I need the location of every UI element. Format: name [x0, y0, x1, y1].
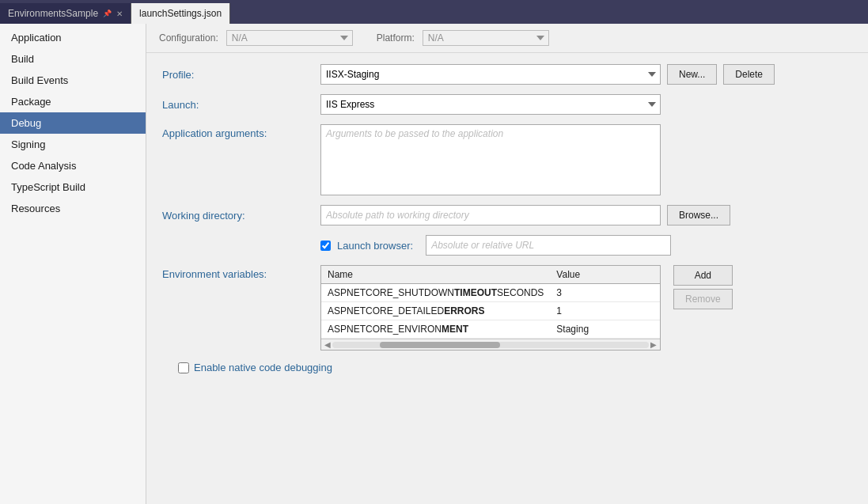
platform-select[interactable]: N/A — [423, 30, 549, 46]
new-button[interactable]: New... — [667, 64, 717, 85]
sidebar-item-typescript-build[interactable]: TypeScript Build — [0, 176, 146, 198]
env-value-cell: Staging — [550, 320, 660, 339]
close-icon[interactable]: ✕ — [116, 9, 123, 18]
launch-browser-checkbox[interactable] — [320, 241, 331, 251]
delete-button[interactable]: Delete — [723, 64, 775, 85]
env-table-container: Name Value ASPNETCORE_SHUTDOWNTIMEOUTSEC… — [320, 265, 661, 351]
env-value-cell: 1 — [550, 302, 660, 320]
working-dir-row: Working directory: Browse... — [162, 205, 852, 225]
pin-icon: 📌 — [103, 9, 112, 17]
env-vars-row: Environment variables: Name Value — [162, 265, 852, 351]
sidebar: Application Build Build Events Package D… — [0, 24, 146, 504]
working-dir-input[interactable] — [320, 205, 661, 225]
sidebar-item-application[interactable]: Application — [0, 27, 146, 48]
app-args-control-wrap — [320, 124, 852, 195]
table-row[interactable]: ASPNETCORE_ENVIRONMENTStaging — [321, 320, 660, 339]
native-debug-row: Enable native code debugging — [162, 354, 852, 381]
tab-launch-settings[interactable]: launchSettings.json — [131, 3, 230, 24]
content-area: Configuration: N/A Platform: N/A Profile… — [146, 24, 868, 504]
app-args-textarea[interactable] — [320, 124, 661, 195]
launch-browser-wrap: Launch browser: — [320, 235, 852, 256]
env-name-cell: ASPNETCORE_DETAILEDERRORS — [321, 302, 550, 320]
browse-button[interactable]: Browse... — [667, 205, 730, 225]
env-vars-wrap: Name Value ASPNETCORE_SHUTDOWNTIMEOUTSEC… — [320, 265, 852, 351]
launch-browser-row: Launch browser: — [162, 235, 852, 256]
launch-control-wrap: IIS Express — [320, 94, 852, 115]
profile-label: Profile: — [162, 69, 320, 81]
working-dir-control-wrap: Browse... — [320, 205, 852, 225]
table-row[interactable]: ASPNETCORE_DETAILEDERRORS1 — [321, 302, 660, 320]
launch-row: Launch: IIS Express — [162, 94, 852, 115]
configuration-label: Configuration: — [159, 32, 218, 44]
sidebar-item-build[interactable]: Build — [0, 48, 146, 70]
env-name-cell: ASPNETCORE_SHUTDOWNTIMEOUTSECONDS — [321, 284, 550, 302]
app-args-row: Application arguments: — [162, 124, 852, 195]
env-vars-table: Name Value ASPNETCORE_SHUTDOWNTIMEOUTSEC… — [321, 266, 660, 339]
tab-environments-sample[interactable]: EnvironmentsSample 📌 ✕ — [0, 3, 131, 24]
sidebar-item-signing[interactable]: Signing — [0, 134, 146, 155]
env-action-buttons: Add Remove — [673, 265, 733, 309]
profile-select[interactable]: IISX-Staging — [320, 64, 661, 85]
profile-row: Profile: IISX-Staging New... Delete — [162, 64, 852, 85]
sidebar-item-package[interactable]: Package — [0, 91, 146, 112]
env-name-cell: ASPNETCORE_ENVIRONMENT — [321, 320, 550, 339]
sidebar-item-debug[interactable]: Debug — [0, 112, 146, 134]
tab-label: EnvironmentsSample — [8, 8, 98, 19]
scroll-left-arrow[interactable]: ◀ — [323, 340, 332, 349]
config-bar: Configuration: N/A Platform: N/A — [146, 24, 868, 53]
scroll-thumb — [380, 342, 500, 348]
table-scrollbar[interactable]: ◀ ▶ — [321, 339, 660, 350]
profile-control-wrap: IISX-Staging New... Delete — [320, 64, 852, 85]
table-row[interactable]: ASPNETCORE_SHUTDOWNTIMEOUTSECONDS3 — [321, 284, 660, 302]
sidebar-item-build-events[interactable]: Build Events — [0, 70, 146, 91]
launch-browser-label[interactable]: Launch browser: — [337, 240, 413, 252]
main-container: Application Build Build Events Package D… — [0, 24, 868, 504]
sidebar-item-resources[interactable]: Resources — [0, 198, 146, 219]
platform-label: Platform: — [377, 32, 415, 44]
launch-select[interactable]: IIS Express — [320, 94, 661, 115]
tab-label: launchSettings.json — [139, 8, 222, 19]
working-dir-label: Working directory: — [162, 210, 320, 222]
scroll-track — [332, 342, 649, 348]
sidebar-item-code-analysis[interactable]: Code Analysis — [0, 155, 146, 176]
remove-button[interactable]: Remove — [673, 289, 733, 309]
table-scroll-area: Name Value ASPNETCORE_SHUTDOWNTIMEOUTSEC… — [321, 266, 660, 339]
launch-browser-url-input[interactable] — [426, 235, 671, 256]
native-debug-label[interactable]: Enable native code debugging — [194, 362, 332, 373]
env-table-header: Name Value — [321, 266, 660, 284]
env-vars-label: Environment variables: — [162, 265, 320, 280]
env-value-cell: 3 — [550, 284, 660, 302]
app-args-label: Application arguments: — [162, 124, 320, 139]
scroll-right-arrow[interactable]: ▶ — [649, 340, 658, 349]
add-button[interactable]: Add — [673, 265, 733, 286]
configuration-select[interactable]: N/A — [226, 30, 353, 46]
col-name-header: Name — [321, 266, 550, 284]
native-debug-checkbox[interactable] — [178, 362, 189, 373]
tab-bar: EnvironmentsSample 📌 ✕ launchSettings.js… — [0, 0, 868, 24]
col-value-header: Value — [550, 266, 660, 284]
form-area: Profile: IISX-Staging New... Delete Laun… — [146, 53, 868, 392]
launch-label: Launch: — [162, 99, 320, 111]
